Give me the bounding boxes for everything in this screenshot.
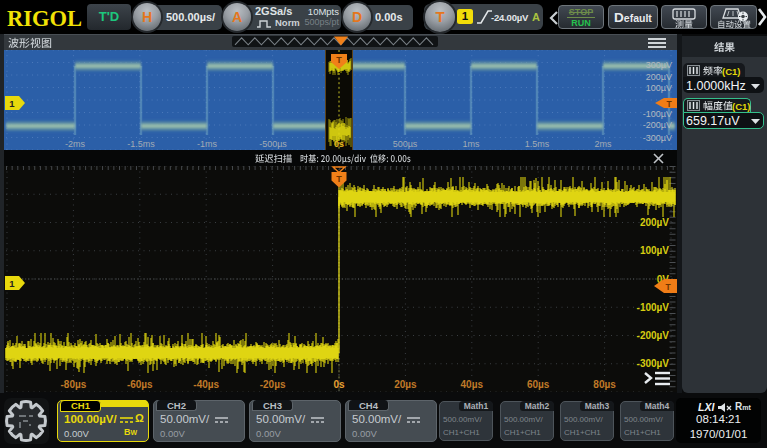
- svg-text:40µs: 40µs: [461, 379, 484, 390]
- svg-text:-60µs: -60µs: [127, 379, 153, 390]
- svg-text:-500µs: -500µs: [259, 139, 287, 149]
- svg-text:80µs: 80µs: [593, 379, 616, 390]
- svg-text:-40µs: -40µs: [193, 379, 219, 390]
- svg-text:100µV: 100µV: [646, 83, 672, 93]
- svg-text:100µV: 100µV: [640, 245, 669, 256]
- svg-text:-300µV: -300µV: [643, 133, 672, 143]
- svg-text:T: T: [666, 99, 672, 109]
- svg-text:-200µV: -200µV: [643, 120, 672, 130]
- svg-text:500µs: 500µs: [393, 139, 418, 149]
- svg-text:-20µs: -20µs: [260, 379, 286, 390]
- svg-text:-200µV: -200µV: [637, 330, 670, 341]
- svg-text:-1ms: -1ms: [197, 139, 217, 149]
- svg-text:200µV: 200µV: [640, 217, 669, 228]
- svg-text:1: 1: [9, 98, 15, 109]
- svg-text:200µV: 200µV: [646, 72, 672, 82]
- svg-text:T: T: [336, 55, 342, 65]
- svg-text:-1.5ms: -1.5ms: [127, 139, 155, 149]
- svg-text:1.5ms: 1.5ms: [525, 139, 550, 149]
- svg-text:1ms: 1ms: [462, 139, 480, 149]
- svg-text:-80µs: -80µs: [61, 379, 87, 390]
- svg-text:-300µV: -300µV: [637, 358, 670, 369]
- svg-text:T: T: [665, 282, 671, 292]
- svg-text:-100µV: -100µV: [637, 302, 670, 313]
- svg-text:60µs: 60µs: [527, 379, 550, 390]
- svg-text:0s: 0s: [333, 379, 345, 390]
- svg-text:-2ms: -2ms: [65, 139, 85, 149]
- svg-text:-100µV: -100µV: [643, 109, 672, 119]
- svg-text:20µs: 20µs: [394, 379, 417, 390]
- svg-text:1: 1: [9, 278, 15, 289]
- svg-text:300µV: 300µV: [646, 60, 672, 70]
- svg-text:T: T: [336, 174, 342, 184]
- svg-text:0s: 0s: [334, 139, 344, 149]
- svg-text:2ms: 2ms: [594, 139, 612, 149]
